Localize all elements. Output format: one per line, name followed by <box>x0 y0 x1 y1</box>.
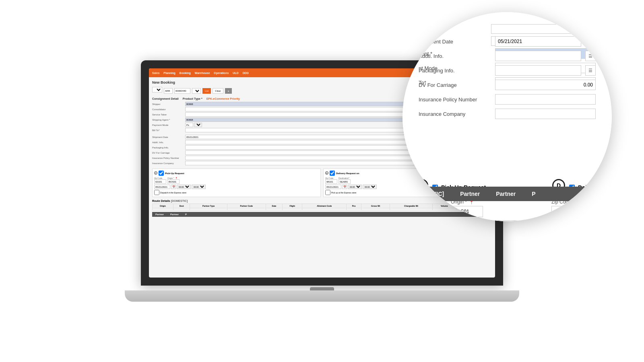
mag-dv-label: DV For Carriage <box>419 82 491 88</box>
magnify-main-content: Shipment Date 📅 Addtl. Info. ☰ Packaging… <box>419 36 596 123</box>
payment-mode-input[interactable] <box>185 123 193 127</box>
delivery-pin-icon: D <box>325 171 328 175</box>
delivery-dest-input[interactable] <box>339 179 351 184</box>
packaging-info-label: Packaging Info. <box>152 146 184 149</box>
mag-bottom-bar-partner2: Partner <box>488 191 524 197</box>
laptop-notch <box>310 287 334 290</box>
toolbar-select1[interactable]: All <box>152 87 162 93</box>
pickup-box: P Pick-Up Request Zip Code <box>152 169 321 197</box>
mag-insurance-policy-row: Insurance Policy Number <box>419 94 596 105</box>
mag-addtl-input[interactable] <box>495 51 581 61</box>
mag-shipment-date-label: Shipment Date <box>419 39 491 45</box>
mag-insurance-policy-label: Insurance Policy Number <box>419 97 491 103</box>
pickup-time2-select[interactable]: 00:00 <box>192 185 206 189</box>
mag-addtl-label: Addtl. Info. <box>419 53 491 59</box>
mag-dv-row: DV For Carriage <box>419 80 596 90</box>
pickup-at-express-checkbox[interactable] <box>325 190 330 195</box>
pickup-zip-input[interactable] <box>154 179 166 184</box>
nav-item-operations[interactable]: Operations <box>214 72 229 74</box>
nav-item-uld[interactable]: ULD <box>233 72 238 74</box>
mag-pickup-date-input[interactable] <box>415 220 451 221</box>
mag-packaging-input[interactable] <box>495 65 581 76</box>
close-button[interactable]: ✕ <box>225 88 232 94</box>
bill-to-label: Bill To* <box>152 129 184 132</box>
nav-item-ddd[interactable]: DDD <box>243 72 249 74</box>
col-partner-code: Partner Code <box>227 204 266 208</box>
scene: Sales Planning Booking Warehouse Operati… <box>0 0 644 362</box>
col-flight: Flight <box>283 204 302 208</box>
mag-packaging-row: Packaging Info. ☰ <box>419 65 596 76</box>
insurance-policy-label: Insurance Policy Number <box>152 157 184 159</box>
bottom-bar-p: P <box>182 213 190 216</box>
col-gross-wt: Gross Wt <box>361 204 390 208</box>
pickup-date-input[interactable] <box>154 185 170 189</box>
mag-insurance-policy-input[interactable] <box>495 94 596 105</box>
magnify-circle: gent * nt Mode PX To* <box>402 12 612 221</box>
mag-packaging-label: Packaging Info. <box>419 68 491 74</box>
mag-pickup-calendar-button[interactable]: 📅 <box>453 220 464 221</box>
delivery-date-input[interactable] <box>325 185 341 189</box>
consolidator-label: Consolidator <box>152 108 184 111</box>
shipper-label: Shipper <box>152 103 184 105</box>
insurance-company-label: Insurance Company <box>152 162 184 165</box>
mag-addtl-icon[interactable]: ☰ <box>585 51 596 61</box>
delivery-title: Delivery Request on <box>336 172 359 175</box>
mag-insurance-company-row: Insurance Company <box>419 109 596 119</box>
delivery-checkbox[interactable] <box>330 171 335 176</box>
shipping-agent-label: Shipping Agent * <box>152 119 184 121</box>
toolbar-select2[interactable]: 00 <box>192 88 201 94</box>
delivery-time1-select[interactable]: 00:00 <box>348 185 362 189</box>
service-taker-label: Service Taker <box>152 113 184 116</box>
svg-text:D: D <box>326 172 328 174</box>
nav-item-booking[interactable]: Booking <box>180 72 191 74</box>
pickup-calendar-icon[interactable]: 📅 <box>171 185 176 189</box>
mag-delivery-date-input[interactable] <box>551 220 568 221</box>
delivery-zip-input[interactable] <box>325 179 337 184</box>
mag-delivery-zip-input[interactable] <box>551 206 576 217</box>
nav-item-warehouse[interactable]: Warehouse <box>195 72 210 74</box>
payment-mode-label: Payment Mode <box>152 124 184 126</box>
col-pcs: Pcs <box>347 204 361 208</box>
mag-pickup-time2-select[interactable]: 00:00 <box>497 220 526 221</box>
mag-dv-input[interactable] <box>495 80 596 90</box>
pickup-origin-input[interactable] <box>167 179 180 184</box>
svg-text:P: P <box>155 172 157 174</box>
mag-insurance-company-input[interactable] <box>495 109 596 119</box>
pickup-time1-select[interactable]: 00:00 <box>177 185 191 189</box>
mag-insurance-company-label: Insurance Company <box>419 111 491 117</box>
circle-clip: gent * nt Mode PX To* <box>402 12 612 221</box>
list-button[interactable]: List <box>202 88 211 94</box>
shipment-date-label: Shipment Date <box>152 136 184 138</box>
col-partner-type: Partner Type <box>190 204 227 208</box>
laptop-base <box>125 290 519 302</box>
nav-item-sales[interactable]: Sales <box>152 72 159 74</box>
toolbar-input2[interactable] <box>174 88 190 94</box>
mag-packaging-icon[interactable]: ☰ <box>585 65 596 76</box>
mag-shipment-date-row: Shipment Date 📅 <box>419 36 596 47</box>
bottom-bar-partner1: Partner <box>152 213 167 216</box>
mag-pickup-origin-input[interactable] <box>451 206 483 217</box>
dispatch-checkbox[interactable] <box>154 190 159 195</box>
clear-button[interactable]: Clear <box>213 88 223 94</box>
mag-pickup-time1-select[interactable]: 00:00 <box>467 220 495 221</box>
addtl-info-label: Addtl. Info. <box>152 141 184 144</box>
col-allotment: Allotment Code <box>302 204 347 208</box>
delivery-calendar-icon[interactable]: 📅 <box>342 185 347 189</box>
nav-item-planning[interactable]: Planning <box>163 72 175 74</box>
pickup-header: P Pick-Up Request <box>154 171 319 176</box>
dispatch-label: Dispatch in the Express store <box>160 191 186 194</box>
mag-bottom-bar: [DOMESTIC] Partner Partner P <box>402 187 612 201</box>
dv-carriage-label: DV For Carriage <box>152 152 184 154</box>
pickup-checkbox[interactable] <box>159 171 164 176</box>
delivery-time2-select[interactable]: 00:00 <box>363 185 377 189</box>
toolbar-input1[interactable] <box>164 88 173 94</box>
payment-mode-select[interactable] <box>194 123 202 127</box>
mag-shipment-date-input[interactable] <box>495 36 581 47</box>
mag-addtl-row: Addtl. Info. ☰ <box>419 51 596 61</box>
pickup-pin-icon: P <box>154 171 157 175</box>
pickup-at-express-label: Pick up at the Express store <box>331 191 356 194</box>
col-date: Date <box>266 204 283 208</box>
pickup-title: Pick-Up Request <box>165 172 184 175</box>
mag-calendar-icon[interactable]: 📅 <box>585 36 596 47</box>
mag-pickup-zip-input[interactable] <box>415 206 447 217</box>
